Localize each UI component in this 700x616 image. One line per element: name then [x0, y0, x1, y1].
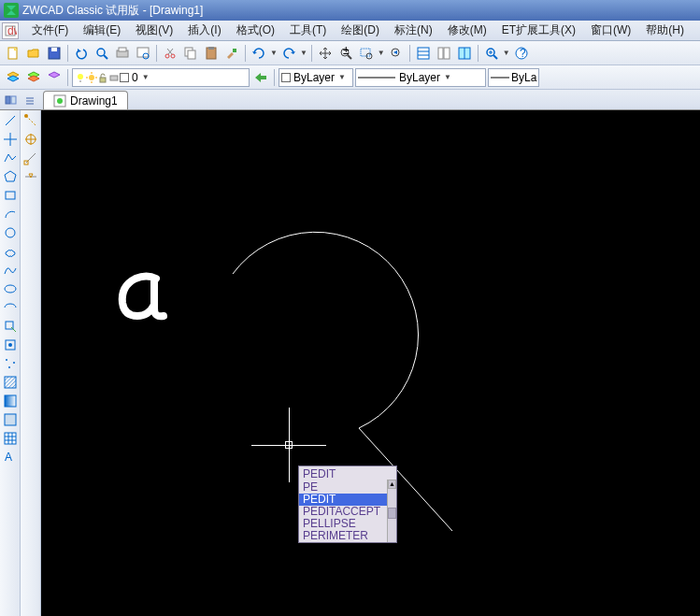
document-tab-active[interactable]: Drawing1: [43, 91, 128, 109]
doc-icon[interactable]: dwg: [2, 22, 19, 39]
menu-et-extend[interactable]: ET扩展工具(X): [494, 21, 583, 40]
circle-tool[interactable]: [2, 224, 19, 241]
scrollbar[interactable]: ▲: [387, 480, 396, 542]
menu-window[interactable]: 窗口(W): [583, 21, 638, 40]
svg-point-61: [6, 359, 7, 361]
menu-bar: dwg 文件(F) 编辑(E) 视图(V) 插入(I) 格式(O) 工具(T) …: [0, 21, 700, 41]
menu-file[interactable]: 文件(F): [24, 21, 76, 40]
menu-tools[interactable]: 工具(T): [282, 21, 334, 40]
make-block-tool[interactable]: [2, 337, 19, 353]
svg-text:±: ±: [343, 46, 350, 57]
menu-dimension[interactable]: 标注(N): [387, 21, 440, 40]
construction-line-tool[interactable]: [2, 131, 19, 148]
design-center-button[interactable]: [435, 44, 453, 63]
dropdown-arrow-icon[interactable]: ▼: [503, 49, 510, 57]
point-tool[interactable]: [2, 355, 19, 372]
find-button[interactable]: [93, 44, 111, 63]
snap-from-tool[interactable]: [22, 131, 39, 148]
new-file-button[interactable]: [4, 44, 22, 63]
menu-edit[interactable]: 编辑(E): [76, 21, 128, 40]
menu-view[interactable]: 视图(V): [128, 21, 180, 40]
properties-button[interactable]: [414, 44, 433, 63]
scroll-thumb[interactable]: [388, 508, 396, 519]
svg-point-63: [8, 366, 10, 368]
menu-format[interactable]: 格式(O): [229, 21, 282, 40]
paste-button[interactable]: [202, 44, 221, 63]
redo-button[interactable]: [279, 44, 298, 63]
document-tab-label: Drawing1: [70, 94, 118, 107]
linetype-dropdown[interactable]: ByLayer ▼: [355, 68, 486, 87]
layer-states-button[interactable]: [24, 68, 43, 87]
layer-name: 0: [132, 71, 138, 84]
layer-color-swatch: [120, 73, 129, 82]
layer-manager-button[interactable]: [4, 68, 22, 87]
help-button[interactable]: ?: [512, 44, 531, 63]
copy-button[interactable]: [181, 44, 200, 63]
layers-toolbar: 0 ▼ ByLayer ▼ ByLayer ▼ ByLa: [0, 65, 700, 90]
hatch-tool[interactable]: [2, 374, 19, 391]
gradient-tool[interactable]: [2, 393, 19, 409]
layer-previous-button[interactable]: [251, 68, 270, 87]
revision-cloud-tool[interactable]: [2, 243, 19, 260]
main-workspace: A PEDIT PE PEDIT PEDITACCEPT PE: [0, 110, 700, 616]
separator: [311, 45, 312, 62]
svg-line-6: [104, 55, 107, 59]
scroll-up-icon[interactable]: ▲: [388, 480, 396, 489]
polyline-tool[interactable]: [2, 150, 19, 166]
dropdown-arrow-icon[interactable]: ▼: [270, 49, 278, 57]
layer-filter-button[interactable]: [45, 68, 64, 87]
temp-track-tool[interactable]: [22, 112, 39, 129]
menu-modify[interactable]: 修改(M): [440, 21, 494, 40]
plot-button[interactable]: [113, 44, 132, 63]
separator: [409, 45, 410, 62]
match-properties-button[interactable]: [222, 44, 241, 63]
rectangle-tool[interactable]: [2, 187, 19, 204]
lineweight-preview: [491, 74, 509, 81]
dropdown-arrow-icon[interactable]: ▼: [378, 49, 385, 57]
ellipse-arc-tool[interactable]: [2, 299, 19, 316]
spline-tool[interactable]: [2, 262, 19, 279]
region-tool[interactable]: [2, 411, 19, 428]
svg-point-62: [13, 362, 15, 364]
layer-dropdown[interactable]: 0 ▼: [72, 68, 250, 87]
linetype-preview: [358, 74, 395, 81]
snap-endpoint-tool[interactable]: [22, 150, 39, 166]
insert-block-tool[interactable]: [2, 318, 19, 335]
zoom-previous-button[interactable]: [387, 44, 406, 63]
dropdown-arrow-icon[interactable]: ▼: [300, 49, 307, 57]
lineweight-dropdown[interactable]: ByLa: [488, 68, 539, 87]
zoom-button[interactable]: [482, 44, 501, 63]
command-suggestion-item[interactable]: PERIMETER: [299, 530, 396, 542]
tab-nav-button[interactable]: [2, 91, 21, 109]
tool-palettes-button[interactable]: [455, 44, 474, 63]
line-tool[interactable]: [2, 112, 19, 129]
cut-button[interactable]: [161, 44, 179, 63]
zoom-realtime-button[interactable]: ±: [336, 44, 355, 63]
zoom-window-button[interactable]: [357, 44, 376, 63]
snap-midpoint-tool[interactable]: [22, 168, 39, 185]
undo-button[interactable]: [72, 44, 91, 63]
pan-button[interactable]: [316, 44, 335, 63]
menu-draw[interactable]: 绘图(D): [334, 21, 387, 40]
arc-tool[interactable]: [2, 206, 19, 222]
polygon-tool[interactable]: [2, 168, 19, 185]
svg-rect-49: [11, 96, 16, 104]
ellipse-tool[interactable]: [2, 280, 19, 297]
sun-icon: [86, 72, 97, 83]
color-dropdown[interactable]: ByLayer ▼: [279, 68, 353, 87]
svg-point-37: [78, 74, 83, 79]
save-button[interactable]: [45, 44, 64, 63]
tab-list-button[interactable]: [21, 91, 39, 109]
menu-insert[interactable]: 插入(I): [180, 21, 228, 40]
linetype-name: ByLayer: [399, 71, 440, 84]
open-file-button[interactable]: [24, 44, 43, 63]
command-autocomplete-popup: PEDIT PE PEDIT PEDITACCEPT PELLIPSE PERI…: [298, 466, 397, 543]
plot-preview-button[interactable]: [134, 44, 152, 63]
osnap-toolbar: [21, 110, 41, 616]
table-tool[interactable]: [2, 430, 19, 447]
menu-help[interactable]: 帮助(H): [638, 21, 692, 40]
separator: [478, 45, 479, 62]
drawing-canvas[interactable]: PEDIT PE PEDIT PEDITACCEPT PELLIPSE PERI…: [41, 110, 700, 616]
multiline-text-tool[interactable]: A: [2, 449, 19, 466]
undo-history-button[interactable]: [250, 44, 268, 63]
